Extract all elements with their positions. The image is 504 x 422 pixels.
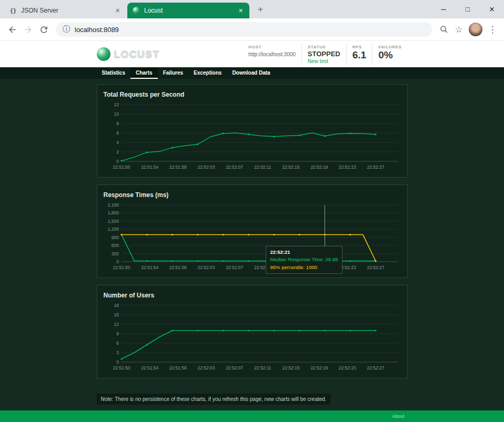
svg-text:22:52:23: 22:52:23 xyxy=(338,164,356,170)
tab-title: JSON Server xyxy=(21,7,109,14)
tab-locust[interactable]: Locust × xyxy=(127,3,249,18)
svg-text:22:52:15: 22:52:15 xyxy=(282,365,299,370)
rps-value: 6.1 xyxy=(352,49,366,61)
address-bar[interactable]: ⓘ localhost:8089 xyxy=(56,22,432,37)
forward-button[interactable] xyxy=(20,22,36,37)
svg-text:22:51:50: 22:51:50 xyxy=(113,265,130,270)
profile-avatar[interactable] xyxy=(469,23,482,36)
svg-text:22:52:03: 22:52:03 xyxy=(197,365,215,370)
browser-titlebar: {} JSON Server × Locust × + ─ □ × xyxy=(0,0,504,18)
failures-box: FAILURES 0% xyxy=(372,44,407,65)
response-times-chart-canvas[interactable]: 03006009001,2001,5001,8002,10022:51:5022… xyxy=(104,202,401,271)
new-tab-button[interactable]: + xyxy=(254,3,267,16)
minimize-button[interactable]: ─ xyxy=(431,0,456,18)
svg-text:22:51:54: 22:51:54 xyxy=(141,365,158,370)
close-button[interactable]: × xyxy=(480,0,504,18)
svg-text:10: 10 xyxy=(114,111,119,117)
svg-text:22:51:58: 22:51:58 xyxy=(169,164,186,170)
tab-close-icon[interactable]: × xyxy=(236,6,245,15)
tooltip-time: 22:52:21 xyxy=(270,249,338,256)
chart-title: Number of Users xyxy=(104,292,401,299)
svg-text:22:52:11: 22:52:11 xyxy=(254,164,271,170)
svg-text:22:52:23: 22:52:23 xyxy=(338,365,356,370)
svg-text:18: 18 xyxy=(114,303,119,308)
rps-chart-canvas[interactable]: 02468101222:51:5022:51:5422:51:5822:52:0… xyxy=(104,101,401,171)
users-chart-canvas[interactable]: 036912151822:51:5022:51:5422:51:5822:52:… xyxy=(104,302,401,372)
reload-button[interactable] xyxy=(36,22,52,37)
status-value: STOPPED xyxy=(308,50,340,58)
svg-text:22:51:54: 22:51:54 xyxy=(141,265,158,270)
svg-text:9: 9 xyxy=(116,331,119,336)
url-text: localhost:8089 xyxy=(75,26,119,34)
nav-exceptions[interactable]: Exceptions xyxy=(188,67,227,79)
svg-text:22:52:27: 22:52:27 xyxy=(367,164,384,170)
back-button[interactable] xyxy=(4,22,20,37)
svg-text:1,800: 1,800 xyxy=(107,210,119,215)
svg-text:1,500: 1,500 xyxy=(107,219,119,224)
svg-text:22:52:03: 22:52:03 xyxy=(197,265,215,270)
nav-failures[interactable]: Failures xyxy=(158,67,188,79)
page-info-icon[interactable]: ⓘ xyxy=(63,25,70,34)
app-nav: Statistics Charts Failures Exceptions Do… xyxy=(0,67,504,79)
tab-close-icon[interactable]: × xyxy=(113,6,122,15)
nav-charts[interactable]: Charts xyxy=(130,67,158,79)
svg-text:6: 6 xyxy=(116,130,119,136)
chart-total-rps: Total Requests per Second 02468101222:51… xyxy=(97,84,408,178)
svg-text:22:51:50: 22:51:50 xyxy=(113,164,130,170)
status-label: STATUS xyxy=(308,45,340,49)
status-box: STATUS STOPPED New test xyxy=(301,44,346,65)
svg-text:0: 0 xyxy=(116,359,119,365)
svg-text:4: 4 xyxy=(116,140,119,145)
app-header: LOCUST HOST http://localhost:3000 STATUS… xyxy=(0,41,504,67)
svg-text:22:52:07: 22:52:07 xyxy=(226,265,243,270)
maximize-button[interactable]: □ xyxy=(456,0,480,18)
svg-text:22:52:27: 22:52:27 xyxy=(367,365,384,370)
chart-title: Total Requests per Second xyxy=(104,91,401,98)
nav-download-data[interactable]: Download Data xyxy=(227,67,275,79)
svg-text:1,200: 1,200 xyxy=(107,227,119,232)
tab-json-server[interactable]: {} JSON Server × xyxy=(4,3,126,18)
svg-text:12: 12 xyxy=(114,102,119,107)
tab-title: Locust xyxy=(144,7,232,14)
svg-text:22:52:15: 22:52:15 xyxy=(282,164,299,170)
svg-text:900: 900 xyxy=(111,235,118,240)
charts-note: Note: There is no persistence of these c… xyxy=(97,394,331,405)
json-server-favicon: {} xyxy=(9,7,17,14)
header-stats: HOST http://localhost:3000 STATUS STOPPE… xyxy=(243,44,407,65)
svg-text:22:52:19: 22:52:19 xyxy=(310,164,328,170)
browser-toolbar: ⓘ localhost:8089 ☆ ⋮ xyxy=(0,18,504,41)
svg-text:22:52:07: 22:52:07 xyxy=(226,164,243,170)
svg-text:22:51:58: 22:51:58 xyxy=(169,365,186,370)
zoom-icon[interactable] xyxy=(437,22,451,37)
menu-icon[interactable]: ⋮ xyxy=(485,22,500,37)
svg-text:22:52:19: 22:52:19 xyxy=(310,365,328,370)
chart-tooltip: 22:52:21 Median Response Time: 28.88 95%… xyxy=(266,246,343,274)
rps-label: RPS xyxy=(352,45,366,49)
logo-text: LOCUST xyxy=(114,48,160,60)
svg-text:22:51:54: 22:51:54 xyxy=(141,164,158,170)
footer: About xyxy=(0,410,504,422)
svg-text:0: 0 xyxy=(116,159,119,164)
tooltip-median: Median Response Time: 28.88 xyxy=(270,256,338,263)
host-box: HOST http://localhost:3000 xyxy=(243,44,301,65)
chart-response-times: Response Times (ms) 03006009001,2001,500… xyxy=(97,184,408,278)
host-label: HOST xyxy=(248,45,296,49)
svg-text:300: 300 xyxy=(111,251,118,256)
failures-value: 0% xyxy=(378,49,401,61)
back-icon xyxy=(7,25,17,35)
bookmark-star-icon[interactable]: ☆ xyxy=(451,22,466,37)
new-test-link[interactable]: New test xyxy=(308,58,340,64)
svg-text:22:52:27: 22:52:27 xyxy=(367,265,384,270)
reload-icon xyxy=(39,25,49,35)
svg-text:0: 0 xyxy=(116,259,119,264)
chart-num-users: Number of Users 036912151822:51:5022:51:… xyxy=(97,285,408,378)
svg-text:12: 12 xyxy=(114,322,119,327)
svg-text:22:51:58: 22:51:58 xyxy=(169,265,186,270)
nav-statistics[interactable]: Statistics xyxy=(97,67,130,79)
svg-text:3: 3 xyxy=(116,350,119,355)
about-link[interactable]: About xyxy=(392,414,405,419)
rps-box: RPS 6.1 xyxy=(346,44,372,65)
svg-text:22:52:03: 22:52:03 xyxy=(197,164,215,170)
host-value: http://localhost:3000 xyxy=(248,52,296,57)
svg-text:22:51:50: 22:51:50 xyxy=(113,365,130,370)
